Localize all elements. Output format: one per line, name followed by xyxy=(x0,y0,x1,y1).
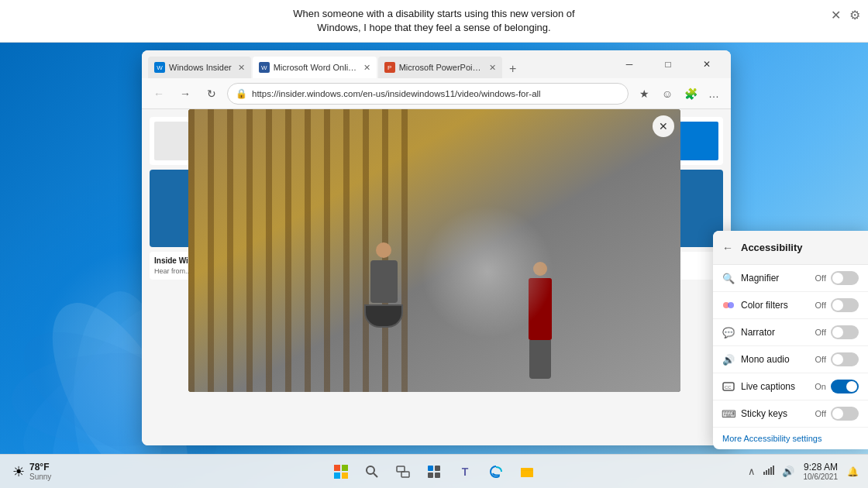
svg-rect-10 xyxy=(334,465,340,471)
back-button[interactable]: ← xyxy=(148,83,170,105)
tray-audio-icon[interactable]: 🔊 xyxy=(779,462,797,480)
notification-banner: When someone with a disability starts us… xyxy=(0,0,868,43)
video-player: ✕ xyxy=(188,109,680,392)
sticky-keys-state: Off xyxy=(815,409,826,418)
tab1-close[interactable]: ✕ xyxy=(238,63,245,73)
taskbar-task-view-button[interactable] xyxy=(389,458,417,486)
taskbar-edge-button[interactable] xyxy=(482,458,510,486)
svg-rect-11 xyxy=(342,465,348,471)
color-filters-toggle[interactable] xyxy=(831,298,859,312)
tab3-close[interactable]: ✕ xyxy=(489,63,496,73)
live-captions-toggle[interactable] xyxy=(831,380,859,393)
browser-tab-word[interactable]: W Microsoft Word Online ✕ xyxy=(253,57,377,78)
row-right-color-filters: Off xyxy=(815,298,859,312)
toolbar-actions: ★ ☺ 🧩 … xyxy=(633,83,725,105)
taskbar-explorer-button[interactable] xyxy=(513,458,541,486)
svg-rect-29 xyxy=(773,466,774,475)
narrator-toggle-thumb xyxy=(832,327,843,338)
tab1-label: Windows Insider xyxy=(169,63,232,72)
browser-tab-powerpoint[interactable]: P Microsoft PowerPoint Online ✕ xyxy=(378,57,502,78)
row-left-live-captions: CC Live captions xyxy=(722,380,795,393)
sticky-keys-toggle[interactable] xyxy=(831,407,859,421)
accessibility-row-live-captions: CC Live captions On xyxy=(713,373,868,400)
svg-rect-25 xyxy=(763,472,765,475)
extensions-button[interactable]: 🧩 xyxy=(680,83,701,105)
taskbar-teams-button[interactable]: T xyxy=(451,458,479,486)
taskbar-search-button[interactable] xyxy=(358,458,386,486)
tab2-favicon: W xyxy=(259,62,270,73)
row-right-live-captions: On xyxy=(815,380,859,393)
tab-bar: W Windows Insider ✕ W Microsoft Word Onl… xyxy=(148,50,605,78)
browser-toolbar: ← → ↻ 🔒 https://insider.windows.com/en-u… xyxy=(142,78,731,109)
row-left-color-filters: Color filters xyxy=(722,299,788,311)
more-accessibility-settings-link[interactable]: More Accessibility settings xyxy=(713,428,868,449)
sticky-keys-toggle-thumb xyxy=(832,408,843,419)
video-content xyxy=(188,109,680,392)
panel-back-button[interactable]: ← xyxy=(722,242,733,254)
minimize-button[interactable]: ─ xyxy=(611,52,647,77)
tray-network-icon[interactable] xyxy=(760,462,777,481)
live-captions-state: On xyxy=(815,382,826,391)
tab1-favicon: W xyxy=(154,62,165,73)
row-right-magnifier: Off xyxy=(815,271,859,285)
live-captions-toggle-thumb xyxy=(846,381,857,392)
svg-rect-13 xyxy=(342,473,348,479)
svg-rect-24 xyxy=(521,468,525,470)
weather-widget[interactable]: ☀ 78°F Sunny xyxy=(6,459,57,484)
forward-button[interactable]: → xyxy=(174,83,196,105)
weather-icon: ☀ xyxy=(12,463,25,480)
notification-settings-button[interactable]: ⚙ xyxy=(849,8,860,22)
system-tray: ∧ 🔊 xyxy=(745,462,797,481)
narrator-icon: 💬 xyxy=(722,326,735,339)
browser-tab-windows-insider[interactable]: W Windows Insider ✕ xyxy=(148,57,251,78)
datetime-display[interactable]: 9:28 AM 10/6/2021 xyxy=(804,462,839,481)
address-bar[interactable]: 🔒 https://insider.windows.com/en-us/insi… xyxy=(227,83,629,105)
row-left-mono-audio: 🔊 Mono audio xyxy=(722,353,790,366)
tab3-favicon: P xyxy=(384,62,395,73)
svg-rect-12 xyxy=(334,473,340,479)
notification-text: When someone with a disability starts us… xyxy=(293,7,574,35)
notification-close-button[interactable]: ✕ xyxy=(831,8,841,22)
svg-text:CC: CC xyxy=(725,385,732,390)
taskbar-start-button[interactable] xyxy=(327,458,355,486)
accessibility-row-mono-audio: 🔊 Mono audio Off xyxy=(713,346,868,373)
svg-rect-18 xyxy=(428,466,433,471)
video-frame xyxy=(188,109,680,392)
taskbar-widgets-button[interactable] xyxy=(420,458,448,486)
account-button[interactable]: ☺ xyxy=(656,83,678,105)
tab2-close[interactable]: ✕ xyxy=(363,63,370,73)
svg-rect-23 xyxy=(521,469,533,477)
mono-audio-toggle[interactable] xyxy=(831,352,859,366)
accessibility-row-sticky-keys: ⌨ Sticky keys Off xyxy=(713,400,868,428)
new-tab-button[interactable]: + xyxy=(504,60,522,78)
clock-time: 9:28 AM xyxy=(804,462,839,473)
notification-center-button[interactable]: 🔔 xyxy=(844,463,862,480)
panel-title: Accessibility xyxy=(741,242,803,253)
refresh-button[interactable]: ↻ xyxy=(201,83,222,105)
tray-chevron[interactable]: ∧ xyxy=(745,462,759,480)
accessibility-panel: ← Accessibility 🔍 Magnifier Off Color fi… xyxy=(713,231,868,449)
svg-line-15 xyxy=(374,473,377,477)
narrator-state: Off xyxy=(815,328,826,337)
notification-line2: Windows, I hope that they feel a sense o… xyxy=(317,22,550,33)
accessibility-row-color-filters: Color filters Off xyxy=(713,292,868,319)
settings-more-button[interactable]: … xyxy=(703,83,725,105)
magnifier-label: Magnifier xyxy=(741,273,779,284)
mono-audio-state: Off xyxy=(815,355,826,364)
favorites-button[interactable]: ★ xyxy=(633,83,655,105)
notification-line1: When someone with a disability starts us… xyxy=(293,8,574,19)
maximize-button[interactable]: □ xyxy=(650,52,686,77)
svg-rect-16 xyxy=(397,466,405,472)
video-close-button[interactable]: ✕ xyxy=(653,115,674,137)
panel-header: ← Accessibility xyxy=(713,231,868,265)
mono-audio-label: Mono audio xyxy=(741,354,790,365)
magnifier-toggle[interactable] xyxy=(831,271,859,285)
close-button[interactable]: ✕ xyxy=(689,52,725,77)
sticky-keys-icon: ⌨ xyxy=(722,407,735,420)
magnifier-icon: 🔍 xyxy=(722,272,735,284)
live-captions-icon: CC xyxy=(722,380,735,393)
narrator-toggle[interactable] xyxy=(831,325,859,339)
address-text: https://insider.windows.com/en-us/inside… xyxy=(252,89,620,98)
svg-rect-17 xyxy=(401,472,409,477)
mono-audio-toggle-thumb xyxy=(832,354,843,365)
